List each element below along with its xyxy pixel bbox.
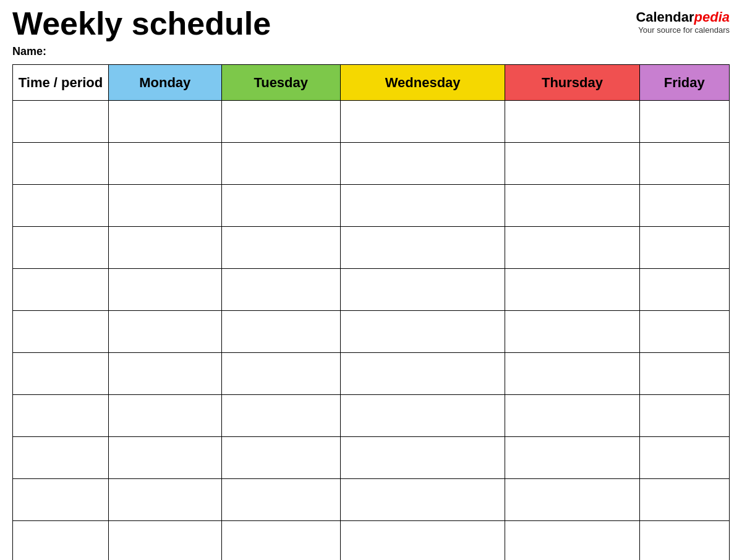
- table-cell[interactable]: [109, 521, 222, 560]
- table-cell[interactable]: [340, 143, 505, 185]
- logo-section: Calendarpedia Your source for calendars: [636, 6, 730, 35]
- table-cell[interactable]: [13, 227, 109, 269]
- name-label: Name:: [12, 45, 271, 58]
- table-cell[interactable]: [340, 521, 505, 560]
- table-cell[interactable]: [639, 143, 729, 185]
- table-cell[interactable]: [109, 143, 222, 185]
- table-cell[interactable]: [221, 311, 340, 353]
- table-row: [13, 227, 730, 269]
- table-cell[interactable]: [639, 227, 729, 269]
- table-cell[interactable]: [221, 227, 340, 269]
- table-cell[interactable]: [639, 269, 729, 311]
- table-cell[interactable]: [639, 521, 729, 560]
- table-cell[interactable]: [505, 437, 639, 479]
- table-cell[interactable]: [13, 521, 109, 560]
- table-row: [13, 101, 730, 143]
- col-header-time: Time / period: [13, 65, 109, 101]
- table-cell[interactable]: [221, 395, 340, 437]
- table-cell[interactable]: [13, 311, 109, 353]
- col-header-monday: Monday: [109, 65, 222, 101]
- table-cell[interactable]: [340, 185, 505, 227]
- table-cell[interactable]: [340, 353, 505, 395]
- table-cell[interactable]: [109, 227, 222, 269]
- table-row: [13, 185, 730, 227]
- table-cell[interactable]: [505, 479, 639, 521]
- table-cell[interactable]: [109, 353, 222, 395]
- table-cell[interactable]: [13, 437, 109, 479]
- logo-red-text: pedia: [694, 9, 730, 25]
- table-cell[interactable]: [505, 521, 639, 560]
- col-header-friday: Friday: [639, 65, 729, 101]
- schedule-table: Time / period Monday Tuesday Wednesday T…: [12, 64, 730, 560]
- table-cell[interactable]: [639, 311, 729, 353]
- table-cell[interactable]: [13, 269, 109, 311]
- page-title: Weekly schedule: [12, 6, 271, 41]
- table-cell[interactable]: [639, 185, 729, 227]
- table-cell[interactable]: [109, 185, 222, 227]
- table-cell[interactable]: [505, 395, 639, 437]
- table-cell[interactable]: [109, 269, 222, 311]
- col-header-tuesday: Tuesday: [221, 65, 340, 101]
- logo-text: Calendarpedia: [636, 9, 730, 25]
- table-cell[interactable]: [340, 227, 505, 269]
- table-row: [13, 311, 730, 353]
- table-cell[interactable]: [13, 101, 109, 143]
- table-cell[interactable]: [639, 101, 729, 143]
- table-row: [13, 143, 730, 185]
- table-cell[interactable]: [639, 479, 729, 521]
- header-row: Time / period Monday Tuesday Wednesday T…: [13, 65, 730, 101]
- table-row: [13, 395, 730, 437]
- table-cell[interactable]: [109, 311, 222, 353]
- title-section: Weekly schedule Name:: [12, 6, 271, 58]
- table-cell[interactable]: [13, 353, 109, 395]
- table-cell[interactable]: [505, 143, 639, 185]
- table-cell[interactable]: [221, 353, 340, 395]
- logo-tagline: Your source for calendars: [638, 25, 730, 35]
- logo-black-text: Calendar: [636, 9, 694, 25]
- table-cell[interactable]: [340, 311, 505, 353]
- table-cell[interactable]: [13, 143, 109, 185]
- table-cell[interactable]: [13, 479, 109, 521]
- table-cell[interactable]: [221, 143, 340, 185]
- table-cell[interactable]: [340, 269, 505, 311]
- table-cell[interactable]: [221, 437, 340, 479]
- table-cell[interactable]: [505, 269, 639, 311]
- table-cell[interactable]: [221, 269, 340, 311]
- table-cell[interactable]: [13, 185, 109, 227]
- table-cell[interactable]: [221, 101, 340, 143]
- table-cell[interactable]: [505, 101, 639, 143]
- table-cell[interactable]: [221, 185, 340, 227]
- col-header-wednesday: Wednesday: [340, 65, 505, 101]
- table-cell[interactable]: [221, 479, 340, 521]
- table-row: [13, 353, 730, 395]
- table-cell[interactable]: [109, 479, 222, 521]
- table-cell[interactable]: [109, 395, 222, 437]
- col-header-thursday: Thursday: [505, 65, 639, 101]
- table-cell[interactable]: [505, 185, 639, 227]
- table-cell[interactable]: [505, 227, 639, 269]
- table-cell[interactable]: [109, 437, 222, 479]
- table-cell[interactable]: [221, 521, 340, 560]
- table-cell[interactable]: [505, 353, 639, 395]
- schedule-body: [13, 101, 730, 560]
- table-cell[interactable]: [340, 101, 505, 143]
- table-row: [13, 269, 730, 311]
- table-cell[interactable]: [639, 395, 729, 437]
- table-row: [13, 479, 730, 521]
- header-area: Weekly schedule Name: Calendarpedia Your…: [12, 6, 730, 58]
- table-cell[interactable]: [13, 395, 109, 437]
- table-cell[interactable]: [505, 311, 639, 353]
- table-cell[interactable]: [340, 479, 505, 521]
- table-cell[interactable]: [639, 437, 729, 479]
- table-cell[interactable]: [639, 353, 729, 395]
- table-cell[interactable]: [340, 395, 505, 437]
- table-cell[interactable]: [109, 101, 222, 143]
- table-cell[interactable]: [340, 437, 505, 479]
- table-row: [13, 521, 730, 560]
- table-row: [13, 437, 730, 479]
